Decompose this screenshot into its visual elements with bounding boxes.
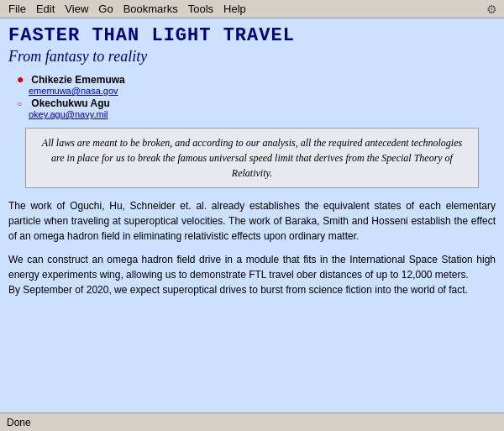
author-name-1: Chikezie Ememuwa (31, 74, 124, 86)
menu-help[interactable]: Help (218, 2, 251, 16)
page-subtitle: From fantasy to reality (8, 48, 496, 66)
menu-view[interactable]: View (60, 2, 93, 16)
menu-file[interactable]: File (3, 2, 31, 16)
paragraph-2: We can construct an omega hadron field d… (8, 252, 496, 297)
menu-bookmarks[interactable]: Bookmarks (118, 2, 183, 16)
author-bullet-2: ○ (17, 99, 29, 108)
menu-go[interactable]: Go (93, 2, 118, 16)
authors-list: ● Chikezie Ememuwa ememuwa@nasa.gov ○ Ok… (17, 72, 496, 119)
gear-icon[interactable]: ⚙ (483, 3, 501, 16)
author-item-1: ● Chikezie Ememuwa ememuwa@nasa.gov (17, 72, 496, 96)
quote-block: All laws are meant to be broken, and acc… (25, 128, 479, 188)
author-item-2: ○ Okechukwu Agu okey.agu@navy.mil (17, 97, 496, 119)
menubar: File Edit View Go Bookmarks Tools Help ⚙ (0, 0, 504, 18)
paragraph-1: The work of Oguchi, Hu, Schneider et. al… (8, 198, 496, 244)
author-name-2: Okechukwu Agu (31, 97, 110, 109)
menu-tools[interactable]: Tools (183, 2, 218, 16)
author-email-2[interactable]: okey.agu@navy.mil (29, 109, 496, 119)
status-text: Done (7, 417, 31, 428)
main-content: FASTER THAN LIGHT TRAVEL From fantasy to… (0, 18, 504, 413)
menu-edit[interactable]: Edit (31, 2, 60, 16)
statusbar: Done (0, 413, 504, 431)
page-title: FASTER THAN LIGHT TRAVEL (8, 25, 496, 46)
author-email-1[interactable]: ememuwa@nasa.gov (29, 86, 496, 96)
author-bullet-1: ● (17, 72, 29, 86)
